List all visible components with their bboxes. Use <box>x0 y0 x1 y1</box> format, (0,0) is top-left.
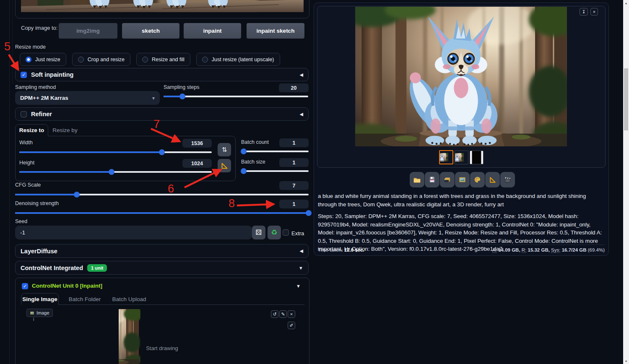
batch-size-input[interactable]: 1 <box>279 158 309 167</box>
refiner-checkbox[interactable] <box>21 111 27 117</box>
resize-mode-latent-upscale[interactable]: Just resize (latent upscale) <box>196 53 280 66</box>
denoising-strength-label: Denoising strength <box>15 200 59 206</box>
collapse-triangle-icon[interactable]: ◀ <box>300 248 303 254</box>
collapse-triangle-icon[interactable]: ◀ <box>300 112 303 117</box>
cn-tabs-underline <box>58 304 304 305</box>
generation-info: a blue and white furry animal standing i… <box>318 192 605 253</box>
controlnet-label: ControlNet Integrated <box>21 265 83 271</box>
height-label: Height <box>19 160 34 166</box>
controlnet-accordion[interactable]: ControlNet Integrated 1 unit ▼ <box>15 261 309 275</box>
gallery-thumb-selected[interactable] <box>439 150 453 164</box>
refiner-accordion[interactable]: Refiner ◀ <box>15 107 309 121</box>
collapse-triangle-icon[interactable]: ◀ <box>300 72 303 78</box>
swap-dimensions-button[interactable]: ⇅ <box>218 143 231 156</box>
batch-count-input[interactable]: 1 <box>279 138 309 147</box>
clapper-board-icon <box>504 176 512 184</box>
scrollbar-thumb[interactable] <box>624 68 628 130</box>
stats-row: Time taken: 12.0 sec. A: 14.09 GB, R: 15… <box>318 244 605 252</box>
seed-label: Seed <box>15 218 27 224</box>
set-square-icon <box>489 176 496 184</box>
cn-undo-button[interactable]: ↺ <box>271 310 278 318</box>
seed-extra-checkbox[interactable] <box>283 229 289 236</box>
send-to-extras-button[interactable] <box>455 172 470 187</box>
set-square-icon <box>220 161 229 170</box>
soft-inpainting-accordion[interactable]: ✓ Soft inpainting ◀ <box>15 68 309 81</box>
denoising-strength-input[interactable]: 1 <box>279 200 309 208</box>
sampling-steps-input[interactable]: 20 <box>279 83 309 92</box>
cn-image-chip[interactable]: Image <box>26 309 53 317</box>
prompt-text: a blue and white furry animal standing i… <box>318 192 605 208</box>
radio-icon <box>78 57 84 62</box>
resize-mode-resize-and-fill[interactable]: Resize and fill <box>136 53 190 66</box>
scrollbar-down-arrow[interactable]: ▼ <box>623 358 629 364</box>
copy-to-inpaint-button[interactable]: inpaint <box>184 23 241 39</box>
cn-edit-button[interactable]: ✎ <box>279 310 287 318</box>
copy-to-img2img-button[interactable]: img2img <box>59 23 117 39</box>
tab-resize-by[interactable]: Resize by <box>48 124 82 136</box>
cfg-scale-input[interactable]: 7 <box>279 181 309 190</box>
scrollbar-up-arrow[interactable]: ▲ <box>623 0 629 6</box>
cn-input-image[interactable]: Start drawing <box>119 309 205 364</box>
width-input[interactable]: 1536 <box>182 139 212 148</box>
random-seed-dice-button[interactable]: ⚄ <box>252 226 265 239</box>
save-button[interactable] <box>425 172 439 187</box>
dimensions-from-image-button[interactable] <box>218 159 231 172</box>
expand-triangle-icon[interactable]: ▼ <box>296 283 301 289</box>
resize-mode-crop-and-resize[interactable]: Crop and resize <box>72 53 130 66</box>
soft-inpainting-checkbox[interactable]: ✓ <box>21 72 27 78</box>
width-slider[interactable] <box>19 149 212 155</box>
radio-icon <box>142 57 148 62</box>
resize-mode-just-resize[interactable]: Just resize <box>20 53 66 66</box>
denoising-strength-slider[interactable] <box>15 210 309 216</box>
image-info-i: i <box>33 317 34 322</box>
sampling-steps-slider[interactable] <box>164 94 308 99</box>
height-slider[interactable] <box>19 169 212 175</box>
cn-tab-single-image[interactable]: Single Image <box>21 293 59 305</box>
send-to-img2img-button[interactable] <box>470 172 485 187</box>
reuse-seed-recycle-button[interactable]: ♻ <box>268 226 281 239</box>
layerdiffuse-label: LayerDiffuse <box>21 248 57 255</box>
scrollbar[interactable]: ▲ ▼ <box>623 0 629 364</box>
send-to-sketch-button[interactable] <box>500 172 515 187</box>
layerdiffuse-accordion[interactable]: LayerDiffuse ◀ <box>15 244 309 258</box>
seed-extra-label: Extra <box>291 230 304 237</box>
cn-tab-batch-upload[interactable]: Batch Upload <box>108 293 150 305</box>
close-viewer-button[interactable]: × <box>590 8 598 16</box>
controlnet-unit0-checkbox[interactable]: ✓ <box>22 283 28 289</box>
download-button[interactable]: ↧ <box>580 8 588 16</box>
sd-webui-img2img-screen: Copy image to: img2img sketch inpaint in… <box>0 0 629 364</box>
batch-count-label: Batch count <box>241 139 269 145</box>
gallery-thumb-2[interactable] <box>455 151 468 164</box>
sampling-method-dropdown[interactable]: DPM++ 2M Karras ▾ <box>15 91 160 105</box>
recycle-icon: ♻ <box>271 228 277 237</box>
tab-resize-to[interactable]: Resize to <box>15 124 48 136</box>
open-folder-button[interactable] <box>410 172 424 187</box>
palette-icon <box>473 176 481 184</box>
batch-size-slider[interactable] <box>241 168 309 174</box>
cn-tab-batch-folder[interactable]: Batch Folder <box>64 293 106 305</box>
gallery-thumb-mask[interactable] <box>470 151 483 164</box>
start-drawing-hint: Start drawing <box>119 345 205 351</box>
time-taken: Time taken: 12.0 sec. <box>318 247 364 252</box>
radio-selected-icon <box>26 57 31 62</box>
send-to-inpaint-button[interactable] <box>485 172 500 187</box>
expand-triangle-icon[interactable]: ▼ <box>299 265 303 270</box>
panel-border-line <box>9 0 10 364</box>
cn-clear-button[interactable]: × <box>288 310 295 318</box>
cn-brush-button[interactable]: ✐ <box>288 322 295 329</box>
controlnet-unit0-label: ControlNet Unit 0 [Inpaint] <box>32 283 102 289</box>
source-image-paws[interactable] <box>21 0 304 12</box>
copy-to-inpaint-sketch-button[interactable]: inpaint sketch <box>247 23 304 39</box>
annotation-8: 8 <box>229 197 235 210</box>
height-input[interactable]: 1024 <box>182 159 212 168</box>
batch-count-slider[interactable] <box>241 148 309 154</box>
cfg-scale-slider[interactable] <box>15 192 309 198</box>
chevron-down-icon: ▾ <box>152 95 155 101</box>
refiner-label: Refiner <box>31 111 52 117</box>
mask-thumb-image <box>470 151 483 164</box>
generated-image[interactable] <box>355 7 567 146</box>
image-viewer: ↧ × <box>317 6 606 168</box>
copy-to-sketch-button[interactable]: sketch <box>122 23 179 39</box>
save-zip-button[interactable] <box>440 172 455 187</box>
seed-input[interactable]: -1 <box>15 226 252 239</box>
